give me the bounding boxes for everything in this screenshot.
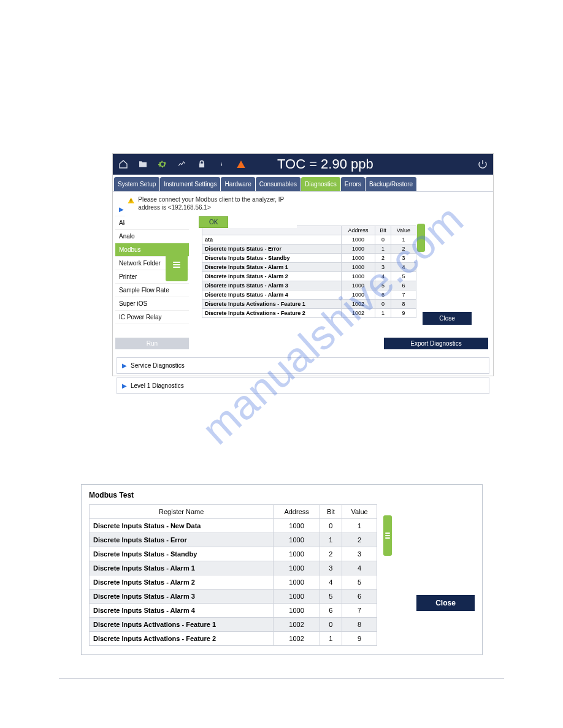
cell-register: Discrete Inputs Status - Standby <box>202 254 342 263</box>
sidebar-item-analog[interactable]: Analo <box>115 230 189 243</box>
cell-address: 1000 <box>341 235 375 245</box>
cell-value: 8 <box>342 618 377 632</box>
table-row: Discrete Inputs Status - Error100012 <box>202 245 416 254</box>
caret-icon: ▶ <box>122 362 127 369</box>
toc-readout: TOC = 2.90 ppb <box>269 154 382 175</box>
cell-value: 9 <box>391 309 416 318</box>
cell-address: 1000 <box>274 590 320 604</box>
cell-value: 7 <box>342 604 377 618</box>
info-icon[interactable] <box>216 159 227 169</box>
graph-icon[interactable] <box>177 160 188 169</box>
lock-icon[interactable] <box>196 159 207 169</box>
sidebar-drag-handle[interactable] <box>166 248 188 281</box>
modbus-test-panel: Modbus Test Register Name Address Bit Va… <box>81 484 483 655</box>
cell-address: 1002 <box>274 632 320 646</box>
cell-bit: 5 <box>375 281 391 290</box>
service-diagnostics-link[interactable]: ▶ Service Diagnostics <box>117 357 489 374</box>
tab-backup-restore[interactable]: Backup/Restore <box>366 177 416 191</box>
table-row: Discrete Inputs Activations - Feature 11… <box>202 300 416 309</box>
cell-value: 5 <box>342 575 377 590</box>
table-header-row: Register Name Address Bit Value <box>90 505 377 519</box>
topbar: TOC = 2.90 ppb <box>113 154 493 175</box>
run-button[interactable]: Run <box>115 338 189 349</box>
cell-register: Discrete Inputs Activations - Feature 2 <box>202 309 342 318</box>
footer-divider <box>59 678 504 679</box>
cell-bit: 1 <box>375 245 391 254</box>
close-button[interactable]: Close <box>423 312 472 325</box>
cell-address: 1000 <box>274 575 320 590</box>
cell-register: Discrete Inputs Status - Error <box>202 245 342 254</box>
cell-bit: 0 <box>375 235 391 245</box>
modbus-test-table: Register Name Address Bit Value Discrete… <box>89 504 377 646</box>
app-window: TOC = 2.90 ppb System Setup Instrument S… <box>112 153 494 376</box>
cell-value: 7 <box>391 290 416 300</box>
table-row: Discrete Inputs Status - Alarm 2100045 <box>202 272 416 281</box>
cell-bit: 2 <box>320 547 342 561</box>
table-row: Discrete Inputs Status - Alarm 1100034 <box>202 263 416 272</box>
sidebar-item-ic-power-relay[interactable]: IC Power Relay <box>115 311 189 324</box>
cell-bit: 1 <box>375 309 391 318</box>
cell-address: 1002 <box>341 300 375 309</box>
cell-register: Discrete Inputs Activations - Feature 1 <box>90 618 274 632</box>
cell-bit: 4 <box>375 272 391 281</box>
tab-diagnostics[interactable]: Diagnostics <box>301 177 340 191</box>
alert-triangle-icon[interactable] <box>236 159 247 169</box>
sidebar-item-label: Super iOS <box>119 300 147 307</box>
table-row: Discrete Inputs Status - Alarm 2100045 <box>90 575 377 590</box>
sidebar-item-label: IC Power Relay <box>119 314 161 320</box>
sidebar-item-label: Sample Flow Rate <box>119 287 169 294</box>
cell-address: 1000 <box>341 245 375 254</box>
col-address: Address <box>341 226 375 235</box>
table-row: Discrete Inputs Activations - Feature 11… <box>90 618 377 632</box>
cell-address: 1000 <box>274 519 320 533</box>
tab-instrument-settings[interactable]: Instrument Settings <box>160 177 220 191</box>
cell-register: Discrete Inputs Status - Alarm 1 <box>90 561 274 575</box>
tab-row: System Setup Instrument Settings Hardwar… <box>113 177 493 192</box>
level1-diagnostics-link[interactable]: ▶ Level 1 Diagnostics <box>117 377 489 394</box>
ok-button[interactable]: OK <box>199 216 228 228</box>
cell-register: Discrete Inputs Status - Alarm 4 <box>202 290 342 300</box>
cell-address: 1000 <box>274 561 320 575</box>
cell-register: Discrete Inputs Activations - Feature 1 <box>202 300 342 309</box>
cell-register: Discrete Inputs Status - Alarm 1 <box>202 263 342 272</box>
modbus-test-table-small: Address Bit Value ata100001Discrete Inpu… <box>202 226 416 318</box>
sidebar-item-sample-flow-rate[interactable]: Sample Flow Rate <box>115 284 189 297</box>
table-drag-handle[interactable] <box>383 515 392 556</box>
cell-value: 3 <box>391 254 416 263</box>
col-bit: Bit <box>375 226 391 235</box>
cell-register: Discrete Inputs Status - Alarm 4 <box>90 604 274 618</box>
hamburger-icon <box>173 260 180 269</box>
cell-value: 5 <box>391 272 416 281</box>
sidebar-item-label: Modbus <box>119 246 141 253</box>
tab-errors[interactable]: Errors <box>341 177 365 191</box>
folder-icon[interactable] <box>137 159 148 169</box>
diag-link-label: Level 1 Diagnostics <box>131 382 184 389</box>
col-value: Value <box>342 505 377 519</box>
home-icon[interactable] <box>118 159 129 169</box>
cell-value: 1 <box>342 519 377 533</box>
cell-register: Discrete Inputs Status - Alarm 3 <box>90 590 274 604</box>
power-icon[interactable] <box>477 159 488 170</box>
panel-title: Modbus Test <box>89 491 475 499</box>
export-diagnostics-button[interactable]: Export Diagnostics <box>384 338 488 349</box>
table-row: Discrete Inputs Status - Error100012 <box>90 533 377 547</box>
cell-register: Discrete Inputs Status - Alarm 2 <box>202 272 342 281</box>
message-text: Please connect your Modbus client to the… <box>138 195 294 211</box>
caret-icon: ▶ <box>122 382 127 389</box>
close-button[interactable]: Close <box>416 595 475 611</box>
sidebar-item-super-ios[interactable]: Super iOS <box>115 297 189 311</box>
cell-bit: 2 <box>375 254 391 263</box>
tab-consumables[interactable]: Consumables <box>256 177 301 191</box>
gear-icon[interactable] <box>157 159 168 169</box>
cell-address: 1002 <box>341 309 375 318</box>
cell-bit: 0 <box>320 618 342 632</box>
col-value: Value <box>391 226 416 235</box>
warning-icon <box>128 195 134 205</box>
table-row: Discrete Inputs Status - Alarm 4100067 <box>202 290 416 300</box>
sidebar-item-label: Printer <box>119 273 137 280</box>
table-drag-handle[interactable] <box>417 224 425 252</box>
table-row: Discrete Inputs Status - Alarm 3100056 <box>90 590 377 604</box>
tab-system-setup[interactable]: System Setup <box>114 177 159 191</box>
table-row: Discrete Inputs Status - Alarm 4100067 <box>90 604 377 618</box>
tab-hardware[interactable]: Hardware <box>221 177 255 191</box>
